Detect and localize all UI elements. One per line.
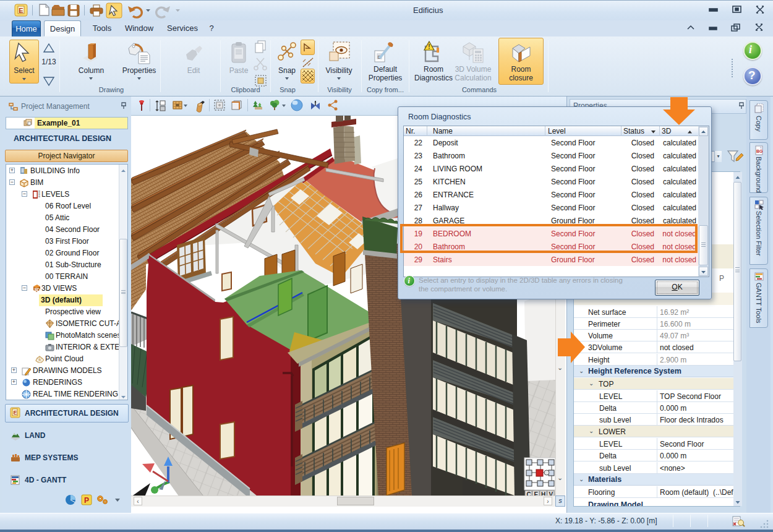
svg-text:E: E [13, 410, 17, 416]
svg-text:3D: 3D [34, 287, 40, 293]
svg-text:H: H [541, 491, 545, 496]
svg-text:P: P [84, 496, 89, 505]
svg-text:BG: BG [756, 149, 763, 153]
svg-text:E: E [534, 491, 539, 496]
svg-text:C: C [527, 491, 531, 496]
svg-text:E: E [19, 7, 23, 14]
svg-text:V: V [549, 491, 553, 496]
svg-text:!: ! [428, 43, 430, 50]
